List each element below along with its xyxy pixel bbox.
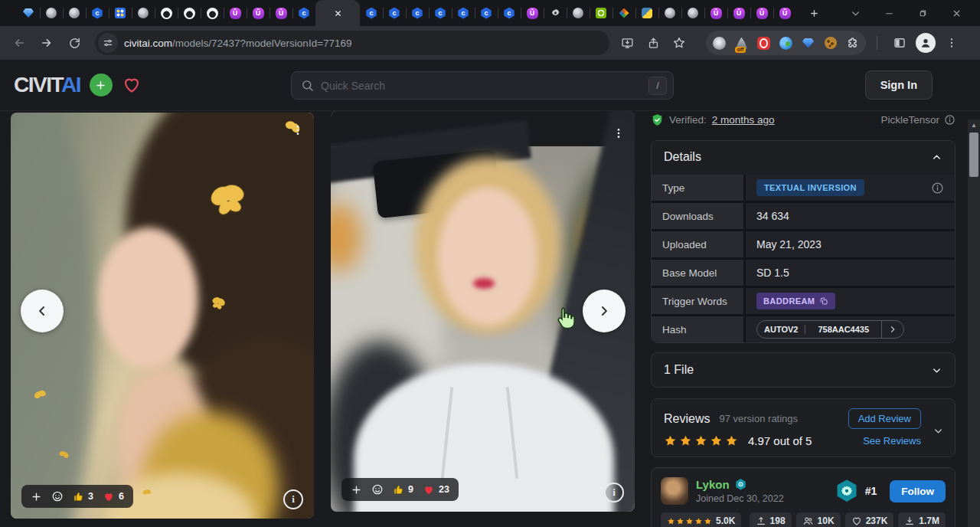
image-info-icon[interactable]: i [283, 489, 303, 509]
browser-tab[interactable] [590, 0, 612, 26]
civitai-logo[interactable]: CIVITAI [14, 73, 80, 97]
browser-tab[interactable]: Û [727, 0, 750, 26]
extension-cookie-icon[interactable] [823, 36, 838, 51]
extension-opera-icon[interactable] [756, 36, 771, 51]
browser-tab[interactable] [681, 0, 704, 26]
page-scrollbar[interactable]: ▲ [968, 119, 980, 527]
support-heart-icon[interactable] [122, 76, 142, 94]
extension-earth-icon[interactable] [779, 36, 793, 51]
add-review-button[interactable]: Add Review [848, 408, 921, 429]
creator-name[interactable]: Lykon [696, 478, 730, 491]
browser-tab[interactable]: Û [521, 0, 544, 26]
browser-tab[interactable] [658, 0, 681, 26]
browser-tab[interactable] [612, 0, 635, 26]
browser-tab[interactable]: c [383, 0, 406, 26]
files-accordion-header[interactable]: 1 File [652, 353, 955, 387]
creator-avatar[interactable] [661, 477, 688, 505]
browser-tab[interactable]: c [86, 0, 109, 26]
browser-tab[interactable]: Û [224, 0, 247, 26]
back-icon[interactable] [8, 31, 31, 54]
new-tab-button[interactable] [802, 2, 825, 25]
extension-gem-icon[interactable] [801, 36, 815, 51]
browser-tab[interactable] [201, 0, 224, 26]
browser-tab[interactable] [17, 0, 40, 26]
add-reaction-icon[interactable] [31, 491, 42, 502]
browser-tab[interactable]: c [429, 0, 452, 26]
browser-tab[interactable] [544, 0, 567, 26]
site-info-icon[interactable] [98, 33, 118, 53]
browser-tab[interactable] [109, 0, 132, 26]
close-window-icon[interactable] [949, 6, 963, 20]
verified-time-link[interactable]: 2 months ago [712, 114, 775, 126]
browser-tab[interactable] [63, 0, 86, 26]
follow-button[interactable]: Follow [890, 480, 946, 502]
scrollbar-thumb[interactable] [969, 133, 978, 177]
extension-globe-icon[interactable] [712, 36, 727, 51]
browser-tab[interactable] [40, 0, 63, 26]
creator-stat-download[interactable]: 1.7M [898, 512, 946, 527]
extensions-puzzle-icon[interactable] [845, 36, 860, 51]
carousel-next-button[interactable] [583, 290, 626, 332]
format-info-icon[interactable] [944, 114, 956, 126]
creator-stat-heart[interactable]: 237K [845, 512, 894, 527]
image-info-icon[interactable]: i [604, 483, 624, 502]
sign-in-button[interactable]: Sign In [865, 70, 933, 100]
trigger-word-badge[interactable]: BADDREAM [756, 293, 835, 309]
active-tab[interactable] [315, 0, 360, 26]
browser-tab[interactable] [567, 0, 590, 26]
browser-tab[interactable] [155, 0, 178, 26]
browser-tab[interactable]: Û [773, 0, 796, 26]
creator-stat-users[interactable]: 10K [796, 512, 841, 527]
sidebar-toggle-icon[interactable] [888, 31, 911, 54]
browser-tab[interactable]: c [498, 0, 521, 26]
creator-stat-star-rating[interactable]: 5.0K [661, 512, 741, 527]
create-plus-button[interactable] [90, 74, 113, 97]
browser-tab[interactable]: c [452, 0, 475, 26]
browser-tab[interactable]: Û [270, 0, 292, 26]
carousel-prev-button[interactable] [21, 290, 64, 332]
emoji-reaction-icon[interactable] [51, 490, 64, 502]
browser-tab[interactable]: Û [247, 0, 270, 26]
heart-count[interactable]: 23 [423, 484, 449, 496]
address-bar[interactable]: civitai.com/models/72437?modelVersionId=… [95, 31, 609, 55]
browser-tab[interactable]: Û [704, 0, 727, 26]
model-type-badge[interactable]: TEXTUAL INVERSION [756, 179, 864, 196]
image-menu-icon[interactable] [289, 120, 306, 140]
creator-stat-upload[interactable]: 198 [750, 512, 792, 527]
browser-tab[interactable] [178, 0, 201, 26]
see-reviews-link[interactable]: See Reviews [863, 435, 921, 447]
like-count[interactable]: 3 [73, 491, 93, 502]
share-icon[interactable] [642, 31, 665, 54]
browser-tab[interactable]: Û [750, 0, 773, 26]
hash-pill[interactable]: AUTOV2758AAC4435 [756, 320, 904, 339]
emoji-reaction-icon[interactable] [371, 483, 384, 496]
browser-tab[interactable]: c [292, 0, 315, 26]
rank-badge-icon [834, 478, 860, 504]
add-reaction-icon[interactable] [351, 484, 362, 496]
browser-menu-icon[interactable] [940, 31, 963, 54]
quick-search-box[interactable]: / [291, 71, 674, 100]
heart-count[interactable]: 6 [103, 491, 124, 502]
bookmark-star-icon[interactable] [668, 31, 691, 54]
type-info-icon[interactable] [931, 182, 944, 195]
restore-icon[interactable] [916, 6, 929, 20]
close-tab-icon[interactable] [334, 9, 342, 18]
profile-avatar[interactable] [916, 33, 936, 53]
install-icon[interactable] [616, 31, 639, 54]
details-accordion-header[interactable]: Details [652, 141, 955, 173]
browser-tab[interactable]: c [360, 0, 383, 26]
reviews-collapse-chevron[interactable] [933, 425, 944, 437]
browser-tab[interactable]: c [406, 0, 429, 26]
extension-fire-off-icon[interactable]: off [734, 36, 749, 51]
browser-tab[interactable] [635, 0, 658, 26]
browser-tab[interactable]: c [475, 0, 498, 26]
image-menu-icon[interactable] [610, 123, 627, 143]
browser-tab[interactable] [132, 0, 155, 26]
like-count[interactable]: 9 [393, 484, 413, 496]
tab-search-chevron-icon[interactable] [848, 6, 862, 20]
search-input[interactable] [321, 80, 642, 92]
forward-icon[interactable] [35, 31, 58, 54]
reload-icon[interactable] [63, 31, 86, 54]
scrollbar-up-arrow[interactable]: ▲ [968, 119, 980, 131]
minimize-icon[interactable] [882, 6, 896, 20]
